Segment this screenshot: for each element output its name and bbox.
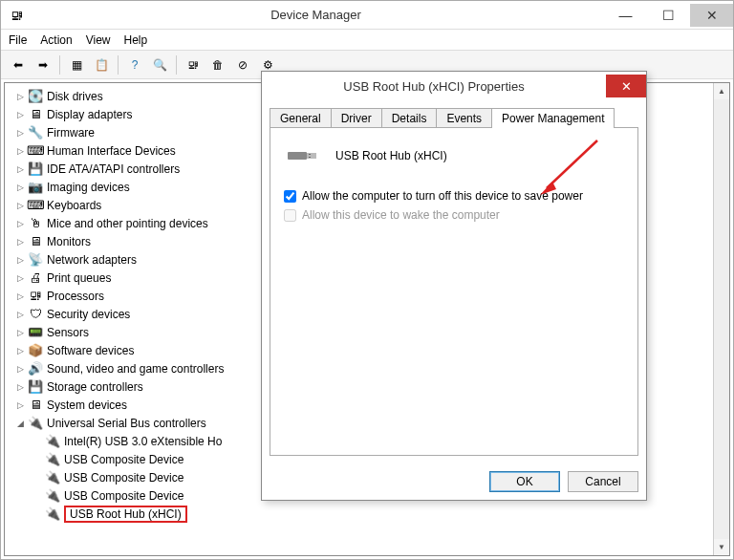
expand-icon[interactable]: ▷: [14, 164, 26, 174]
tree-label: Sensors: [47, 326, 89, 339]
tree-label: Disk drives: [47, 90, 103, 103]
expand-icon[interactable]: ◢: [14, 419, 26, 428]
scan-button[interactable]: 🔍: [148, 54, 171, 76]
svg-rect-3: [309, 157, 311, 158]
tree-label: Mice and other pointing devices: [47, 217, 208, 230]
expand-icon[interactable]: ▷: [14, 219, 26, 228]
checkbox-allow-wake-label: Allow this device to wake the computer: [302, 208, 500, 222]
app-icon: 🖳: [7, 5, 28, 26]
device-category-icon: 💽: [28, 89, 43, 104]
uninstall-button[interactable]: 🗑: [206, 54, 229, 76]
device-category-icon: 📡: [28, 252, 43, 268]
device-category-icon: 💾: [28, 379, 43, 395]
titlebar: 🖳 Device Manager — ☐ ✕: [1, 1, 733, 30]
tab-general[interactable]: General: [270, 108, 332, 128]
expand-icon[interactable]: ▷: [14, 128, 26, 138]
device-icon: 🔌: [45, 506, 60, 522]
expand-icon[interactable]: ▷: [14, 346, 26, 355]
device-category-icon: 🖥: [28, 398, 43, 413]
tab-panel: USB Root Hub (xHCI) Allow the computer t…: [270, 127, 638, 456]
expand-icon[interactable]: ▷: [14, 382, 26, 392]
tab-driver[interactable]: Driver: [331, 108, 382, 128]
device-category-icon: 🔊: [28, 361, 43, 377]
tab-strip: General Driver Details Events Power Mana…: [262, 100, 646, 128]
tree-label: Security devices: [47, 308, 130, 321]
expand-icon[interactable]: ▷: [14, 291, 26, 301]
tree-item[interactable]: 🔌USB Root Hub (xHCI): [28, 505, 709, 523]
device-icon: 🔌: [45, 452, 60, 467]
separator: [118, 55, 119, 75]
checkbox-power-off-row: Allow the computer to turn off this devi…: [284, 189, 624, 203]
checkbox-allow-wake: [284, 209, 296, 222]
device-category-icon: 🖨: [28, 270, 43, 286]
checkbox-allow-power-off-label[interactable]: Allow the computer to turn off this devi…: [302, 189, 583, 203]
checkbox-wake-row: Allow this device to wake the computer: [284, 208, 624, 222]
expand-icon[interactable]: ▷: [14, 110, 26, 119]
properties-button[interactable]: 📋: [90, 54, 113, 76]
tree-label: Network adapters: [47, 253, 137, 267]
expand-icon[interactable]: ▷: [14, 364, 26, 374]
tab-power-management[interactable]: Power Management: [491, 108, 615, 128]
dialog-titlebar[interactable]: USB Root Hub (xHCI) Properties ✕: [262, 72, 646, 100]
expand-icon[interactable]: ▷: [14, 400, 26, 410]
cancel-button[interactable]: Cancel: [568, 471, 638, 492]
checkbox-allow-power-off[interactable]: [284, 190, 296, 203]
expand-icon[interactable]: ▷: [14, 310, 26, 319]
device-icon: 🔌: [45, 470, 60, 485]
properties-dialog: USB Root Hub (xHCI) Properties ✕ General…: [261, 71, 647, 501]
dialog-close-button[interactable]: ✕: [606, 75, 646, 97]
back-button[interactable]: ⬅: [7, 54, 30, 76]
help-button[interactable]: ?: [123, 54, 146, 76]
update-button[interactable]: 🖳: [182, 54, 205, 76]
tree-label: Sound, video and game controllers: [47, 362, 224, 376]
tree-label: USB Composite Device: [64, 453, 184, 466]
window-title: Device Manager: [28, 8, 604, 22]
ok-button[interactable]: OK: [489, 471, 560, 492]
close-button[interactable]: ✕: [690, 4, 733, 27]
device-category-icon: 📷: [28, 180, 43, 195]
menu-help[interactable]: Help: [124, 33, 148, 47]
device-category-icon: 🖥: [28, 107, 43, 122]
expand-icon[interactable]: ▷: [14, 146, 26, 156]
tree-label: System devices: [47, 398, 127, 412]
minimize-button[interactable]: —: [604, 4, 647, 27]
device-category-icon: 🔧: [28, 125, 43, 140]
usb-icon: [284, 141, 322, 170]
separator: [59, 55, 60, 75]
expand-icon[interactable]: ▷: [14, 183, 26, 192]
vertical-scrollbar[interactable]: ▲ ▼: [713, 83, 729, 555]
expand-icon[interactable]: ▷: [14, 92, 26, 101]
show-hidden-button[interactable]: ▦: [65, 54, 88, 76]
forward-button[interactable]: ➡: [32, 54, 54, 76]
tree-label: Universal Serial Bus controllers: [47, 417, 206, 430]
device-category-icon: 💾: [28, 162, 43, 177]
menu-action[interactable]: Action: [40, 33, 72, 47]
scroll-up-button[interactable]: ▲: [714, 83, 729, 99]
expand-icon[interactable]: ▷: [14, 328, 26, 337]
tree-label: IDE ATA/ATAPI controllers: [47, 162, 180, 176]
device-category-icon: 🛡: [28, 307, 43, 322]
tree-label: Intel(R) USB 3.0 eXtensible Ho: [64, 435, 222, 448]
expand-icon[interactable]: ▷: [14, 273, 26, 283]
tree-label: Monitors: [47, 235, 91, 248]
menu-file[interactable]: File: [9, 33, 27, 47]
tab-events[interactable]: Events: [436, 108, 492, 128]
device-header: USB Root Hub (xHCI): [284, 141, 624, 170]
separator: [176, 55, 177, 75]
scroll-down-button[interactable]: ▼: [714, 539, 729, 555]
tree-label: Display adapters: [47, 108, 132, 121]
expand-icon[interactable]: ▷: [14, 201, 26, 210]
dialog-title: USB Root Hub (xHCI) Properties: [262, 79, 606, 94]
scroll-track[interactable]: [714, 99, 729, 539]
tab-details[interactable]: Details: [381, 108, 438, 128]
expand-icon[interactable]: ▷: [14, 255, 26, 265]
maximize-button[interactable]: ☐: [647, 4, 690, 27]
menubar: File Action View Help: [1, 30, 733, 51]
disable-button[interactable]: ⊘: [231, 54, 254, 76]
svg-rect-1: [307, 153, 316, 159]
device-name-label: USB Root Hub (xHCI): [335, 149, 447, 162]
expand-icon[interactable]: ▷: [14, 237, 26, 247]
tree-label: Firmware: [47, 126, 95, 140]
menu-view[interactable]: View: [86, 33, 111, 47]
svg-rect-0: [288, 152, 307, 160]
